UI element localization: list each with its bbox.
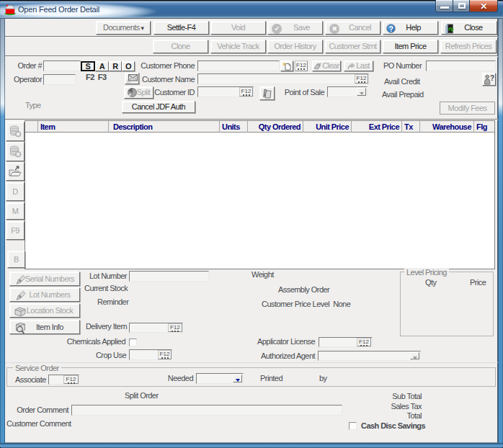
svg-text:?: ?: [490, 74, 494, 82]
